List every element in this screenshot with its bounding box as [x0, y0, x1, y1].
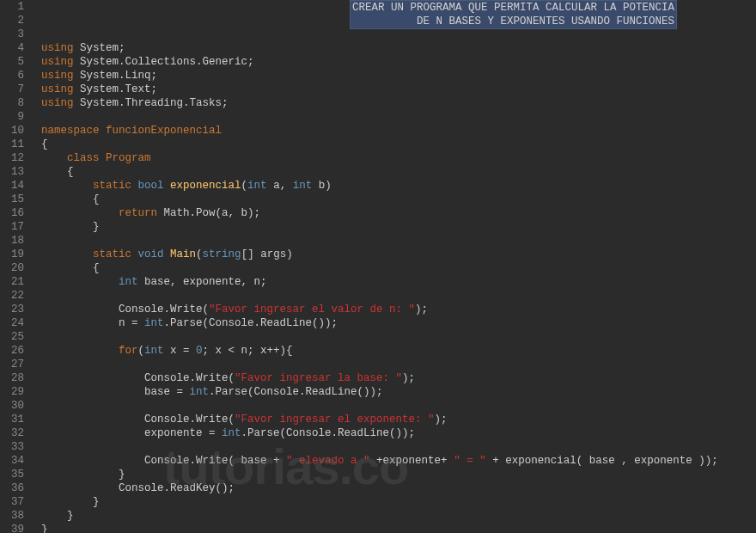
code-line: } [41, 495, 756, 509]
line-number: 4 [0, 41, 24, 55]
line-number: 23 [0, 303, 24, 316]
code-line: } [41, 509, 756, 523]
code-line: static void Main(string[] args) [41, 248, 756, 261]
line-number: 8 [0, 96, 24, 110]
line-number: 25 [0, 330, 24, 344]
code-line: } [41, 220, 756, 234]
line-number: 5 [0, 55, 24, 69]
line-number: 10 [0, 124, 24, 138]
line-number: 24 [0, 316, 24, 330]
code-line: using System.Text; [41, 83, 756, 96]
line-number: 19 [0, 248, 24, 261]
code-line: { [41, 261, 756, 275]
code-line: return Math.Pow(a, b); [41, 206, 756, 220]
line-number: 38 [0, 509, 24, 523]
code-line: base = int.Parse(Console.ReadLine()); [41, 385, 756, 399]
code-editor: 1234567891011121314151617181920212223242… [0, 0, 756, 533]
code-line: namespace funcionExponencial [41, 124, 756, 138]
code-line: Console.Write("Favor ingresar el exponen… [41, 413, 756, 426]
line-number: 15 [0, 193, 24, 206]
code-line: using System.Collections.Generic; [41, 55, 756, 69]
line-number: 13 [0, 165, 24, 179]
line-number: 28 [0, 371, 24, 385]
code-line: exponente = int.Parse(Console.ReadLine()… [41, 426, 756, 440]
code-line [41, 399, 756, 413]
code-line: using System; [41, 41, 756, 55]
code-line: { [41, 138, 756, 151]
line-number: 26 [0, 344, 24, 358]
line-number: 18 [0, 234, 24, 248]
line-number: 29 [0, 385, 24, 399]
code-line: int base, exponente, n; [41, 275, 756, 289]
line-number: 2 [0, 14, 24, 28]
line-number: 27 [0, 358, 24, 371]
line-number: 35 [0, 468, 24, 481]
code-line: using System.Linq; [41, 69, 756, 83]
code-line: Console.Write("Favor ingresar el valor d… [41, 303, 756, 316]
comment-selection: CREAR UN PROGRAMA QUE PERMITA CALCULAR L… [350, 0, 677, 29]
code-line: Console.Write("Favor ingresar la base: "… [41, 371, 756, 385]
code-line [41, 358, 756, 371]
line-number: 6 [0, 69, 24, 83]
line-number: 30 [0, 399, 24, 413]
line-number: 9 [0, 110, 24, 124]
line-number: 7 [0, 83, 24, 96]
code-line [41, 234, 756, 248]
code-line: static bool exponencial(int a, int b) [41, 179, 756, 193]
line-number: 14 [0, 179, 24, 193]
line-number: 39 [0, 523, 24, 533]
line-number: 37 [0, 495, 24, 509]
code-line [41, 28, 756, 41]
code-line: Console.Write( base + " elevado a " +exp… [41, 454, 756, 468]
line-number-gutter: 1234567891011121314151617181920212223242… [0, 0, 33, 533]
code-line [41, 289, 756, 303]
line-number: 16 [0, 206, 24, 220]
code-line: { [41, 165, 756, 179]
line-number: 32 [0, 426, 24, 440]
code-line [41, 330, 756, 344]
code-line: using System.Threading.Tasks; [41, 96, 756, 110]
code-line: } [41, 523, 756, 533]
code-line: { [41, 193, 756, 206]
code-line: } [41, 468, 756, 481]
line-number: 1 [0, 0, 24, 14]
line-number: 31 [0, 413, 24, 426]
line-number: 36 [0, 481, 24, 495]
code-area[interactable]: CREAR UN PROGRAMA QUE PERMITA CALCULAR L… [33, 0, 756, 533]
line-number: 12 [0, 151, 24, 165]
code-line: class Program [41, 151, 756, 165]
line-number: 33 [0, 440, 24, 454]
line-number: 22 [0, 289, 24, 303]
line-number: 17 [0, 220, 24, 234]
line-number: 34 [0, 454, 24, 468]
line-number: 20 [0, 261, 24, 275]
code-line [41, 440, 756, 454]
line-number: 3 [0, 28, 24, 41]
line-number: 21 [0, 275, 24, 289]
code-line: for(int x = 0; x < n; x++){ [41, 344, 756, 358]
code-line: n = int.Parse(Console.ReadLine()); [41, 316, 756, 330]
line-number: 11 [0, 138, 24, 151]
code-line [41, 110, 756, 124]
code-line: Console.ReadKey(); [41, 481, 756, 495]
